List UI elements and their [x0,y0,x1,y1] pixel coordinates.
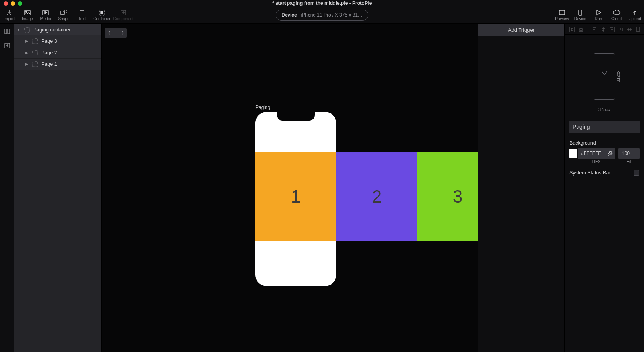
shape-icon [60,9,68,16]
interactions-panel: Add Trigger [478,24,565,352]
layers-panel: ▼ Paging container ▶ Page 3 ▶ Page 2 ▶ P… [14,24,102,352]
chevron-down-icon: ▼ [17,28,21,32]
alignment-toolbar [565,24,644,35]
svg-rect-8 [559,10,565,15]
add-scene-icon[interactable] [4,42,11,49]
svg-rect-9 [579,10,582,15]
shape-label: Shape [58,17,70,21]
device-notch [277,112,315,121]
container-layer-icon [32,38,38,44]
device-label: Device [282,12,297,18]
distribute-h-icon[interactable] [569,26,576,33]
align-left-icon[interactable] [591,26,598,33]
media-tool[interactable]: Media [36,6,55,24]
scroll-indicator-icon [600,69,609,78]
run-tool[interactable]: Run [589,6,608,24]
add-trigger-button[interactable]: Add Trigger [478,24,564,36]
image-icon [24,9,31,16]
cloud-tool[interactable]: Cloud [608,6,626,24]
page-1[interactable]: 1 [255,152,336,241]
upload-label: Upload [629,17,641,21]
device-selector[interactable]: Device iPhone 11 Pro / X 375 x 81… [276,10,368,21]
window-close-button[interactable] [4,1,8,6]
svg-rect-6 [101,11,103,14]
nav-forward-button[interactable] [116,28,127,38]
media-icon [42,9,49,16]
page-3[interactable]: 3 [417,152,478,241]
svg-point-1 [26,11,27,12]
component-tool: Component [113,6,134,24]
align-top-icon[interactable] [617,26,624,33]
text-label: Text [79,17,86,21]
layer-root[interactable]: ▼ Paging container [14,24,101,35]
eyedropper-icon[interactable] [607,151,613,156]
scenes-icon[interactable] [4,28,11,35]
fill-sublabel: Fill [618,159,640,164]
component-label: Component [113,17,134,21]
media-label: Media [40,17,51,21]
hex-input[interactable] [580,150,605,157]
preview-tool[interactable]: Preview [553,6,571,24]
layer-label: Page 2 [41,50,57,55]
pages-container[interactable]: 1 2 3 [255,152,478,241]
scene-thumbnail: 375px 812px [565,35,644,118]
device-tool[interactable]: Device [571,6,589,24]
window-title: * start paging from the middle.pie - Pro… [272,0,372,6]
inspector-panel: 375px 812px Paging Background HEX Fill S… [565,24,644,352]
import-icon [6,9,13,16]
svg-rect-11 [8,29,10,34]
nav-back-button[interactable] [105,28,116,38]
scene-width: 375px [598,107,610,112]
canvas-nav [105,28,127,38]
layer-page1[interactable]: ▶ Page 1 [14,58,101,70]
svg-rect-0 [25,10,30,15]
status-bar-checkbox[interactable] [634,170,639,176]
image-tool[interactable]: Image [18,6,36,24]
run-label: Run [595,17,602,21]
scene-height: 812px [616,71,621,82]
container-layer-icon [32,61,38,67]
chevron-right-icon: ▶ [25,39,29,43]
main-toolbar: Import Image Media Shape [0,6,644,24]
align-hcenter-icon[interactable] [600,26,607,33]
mobile-icon [577,9,584,16]
import-tool[interactable]: Import [0,6,18,24]
container-label: Container [93,17,110,21]
fill-input[interactable] [621,150,637,157]
cloud-label: Cloud [611,17,622,21]
image-label: Image [22,17,33,21]
align-vcenter-icon[interactable] [626,26,633,33]
play-icon [595,9,602,16]
background-swatch[interactable] [569,149,577,158]
svg-rect-10 [5,29,7,34]
layer-page3[interactable]: ▶ Page 3 [14,35,101,47]
page-2[interactable]: 2 [336,152,417,241]
import-label: Import [4,17,15,21]
upload-tool[interactable]: Upload [626,6,644,24]
device-value: iPhone 11 Pro / X 375 x 81… [301,12,362,18]
align-bottom-icon[interactable] [634,26,642,33]
canvas[interactable]: Paging 1 2 3 [102,24,478,352]
container-tool[interactable]: Container [91,6,113,24]
preview-label: Preview [555,17,569,21]
scene-label[interactable]: Paging [255,105,270,110]
distribute-v-icon[interactable] [577,26,585,33]
text-tool[interactable]: Text [73,6,91,24]
component-icon [120,9,127,16]
layer-label: Page 3 [41,38,57,44]
device-label2: Device [574,17,586,21]
shape-tool[interactable]: Shape [55,6,73,24]
window-zoom-button[interactable] [18,1,22,6]
hex-sublabel: HEX [577,159,615,164]
upload-icon [631,9,638,16]
svg-rect-14 [33,39,37,44]
layer-page2[interactable]: ▶ Page 2 [14,47,101,58]
chevron-right-icon: ▶ [25,51,29,55]
align-right-icon[interactable] [608,26,615,33]
scene-name-input[interactable]: Paging [569,121,640,133]
text-icon [79,9,86,16]
window-titlebar: * start paging from the middle.pie - Pro… [0,0,644,6]
container-layer-icon [32,50,38,56]
svg-rect-15 [33,50,37,55]
window-minimize-button[interactable] [11,1,15,6]
